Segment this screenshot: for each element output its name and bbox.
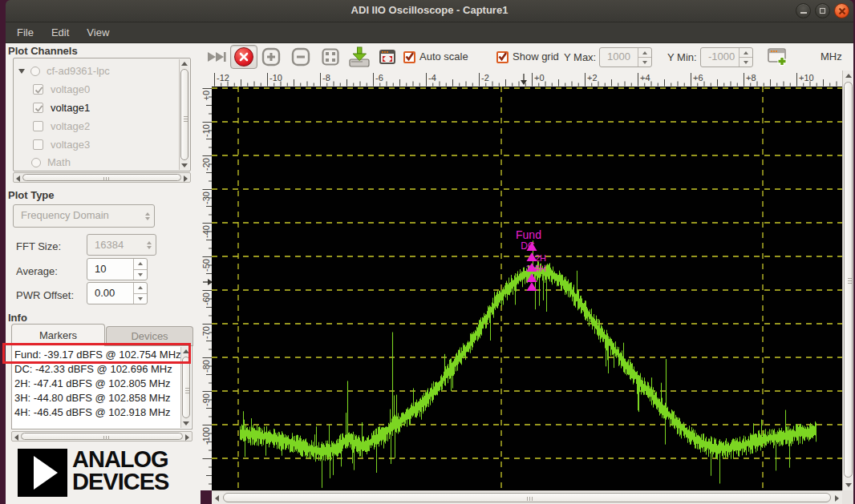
math-radio[interactable] xyxy=(31,158,41,167)
plot-type-value: Frequency Domain xyxy=(14,205,140,227)
channel-row-voltage1[interactable]: voltage1 xyxy=(33,99,90,117)
marker-list-hscrollbar[interactable] xyxy=(11,431,192,442)
voltage2-label: voltage2 xyxy=(51,120,90,132)
scrollbar-thumb[interactable] xyxy=(223,493,831,502)
average-spinbox[interactable]: 10 xyxy=(87,258,148,280)
channel-row-math[interactable]: Math xyxy=(31,153,71,171)
scrollbar-thumb[interactable] xyxy=(180,69,188,160)
device-row[interactable]: cf-ad9361-lpc xyxy=(18,62,110,80)
spectrum-plot-canvas[interactable]: FundDC3H2H4H xyxy=(212,87,842,490)
analog-devices-wordmark: ANALOG DEVICES xyxy=(72,448,168,493)
marker-row-3h[interactable]: 3H: -44.80 dBFS @ 102.858 MHz xyxy=(14,392,180,406)
save-capture-button[interactable] xyxy=(348,46,371,68)
scrollbar-thumb[interactable] xyxy=(182,357,190,418)
channel-row-voltage3[interactable]: voltage3 xyxy=(33,135,90,154)
svg-text:+10: +10 xyxy=(799,73,814,83)
minimize-button[interactable] xyxy=(796,3,811,18)
fft-size-select[interactable]: 16384 xyxy=(87,234,156,256)
spin-down-button[interactable] xyxy=(134,269,147,280)
scroll-left-icon[interactable] xyxy=(14,434,18,441)
math-label: Math xyxy=(47,156,71,168)
scroll-down-icon[interactable] xyxy=(845,483,852,487)
channel-row-voltage2[interactable]: voltage2 xyxy=(33,117,90,135)
scroll-left-icon[interactable] xyxy=(16,175,20,182)
svg-text:-6: -6 xyxy=(375,73,383,83)
unit-label: MHz xyxy=(821,50,842,62)
check-icon xyxy=(404,51,415,62)
svg-text:4H: 4H xyxy=(535,264,546,273)
marker-row-4h[interactable]: 4H: -46.45 dBFS @ 102.918 MHz xyxy=(14,406,180,421)
menu-bar: File Edit View xyxy=(6,22,853,43)
zoom-fit-button[interactable] xyxy=(320,46,341,67)
spin-up-button[interactable] xyxy=(638,48,651,57)
check-icon xyxy=(497,51,508,62)
fullscreen-icon xyxy=(378,47,397,67)
spin-down-button[interactable] xyxy=(740,57,752,67)
y-min-spinbox[interactable]: -1000 xyxy=(700,47,753,67)
capture-button[interactable] xyxy=(205,49,228,65)
scroll-right-icon[interactable] xyxy=(185,434,189,441)
svg-text:-8: -8 xyxy=(322,73,330,83)
device-radio[interactable] xyxy=(30,67,40,76)
voltage0-label: voltage0 xyxy=(51,83,90,95)
scrollbar-thumb[interactable] xyxy=(21,433,183,440)
menu-edit[interactable]: Edit xyxy=(43,22,78,42)
spin-up-button[interactable] xyxy=(134,283,147,293)
svg-text:+2: +2 xyxy=(587,73,598,83)
scroll-up-icon[interactable] xyxy=(845,74,852,78)
fullscreen-button[interactable] xyxy=(377,46,398,67)
stop-capture-button[interactable] xyxy=(230,45,257,69)
scroll-left-icon[interactable] xyxy=(215,495,219,502)
scroll-down-icon[interactable] xyxy=(183,421,189,425)
spin-down-button[interactable] xyxy=(638,57,651,67)
channel-row-voltage0[interactable]: voltage0 xyxy=(33,80,90,99)
marker-row-2h[interactable]: 2H: -47.41 dBFS @ 102.805 MHz xyxy=(14,377,180,392)
menu-view[interactable]: View xyxy=(78,22,118,42)
voltage3-checkbox[interactable] xyxy=(33,139,43,150)
analog-devices-logo xyxy=(18,449,67,497)
dropdown-arrows-icon xyxy=(142,235,156,255)
voltage1-checkbox[interactable] xyxy=(33,103,43,113)
zoom-fit-icon xyxy=(321,47,340,67)
spin-buttons xyxy=(638,48,651,67)
y-max-spinbox[interactable]: 1000 xyxy=(599,47,652,67)
show-grid-checkbox[interactable] xyxy=(496,51,509,63)
scrollbar-thumb[interactable] xyxy=(22,174,181,181)
spin-down-button[interactable] xyxy=(134,293,147,304)
spin-up-button[interactable] xyxy=(134,259,147,269)
channel-list: cf-ad9361-lpc voltage0 voltage1 voltage2… xyxy=(13,58,191,171)
channel-list-hscrollbar[interactable] xyxy=(13,172,191,183)
voltage3-label: voltage3 xyxy=(51,139,90,151)
zoom-out-button[interactable] xyxy=(290,46,311,67)
scroll-up-icon[interactable] xyxy=(181,62,188,66)
info-heading: Info xyxy=(8,312,27,324)
close-button[interactable] xyxy=(834,3,849,18)
menu-file[interactable]: File xyxy=(8,22,43,42)
title-bar: ADI IIO Oscilloscope - Capture1 xyxy=(6,0,853,22)
skip-forward-icon xyxy=(207,51,226,62)
svg-text:-2: -2 xyxy=(481,73,489,83)
auto-scale-checkbox[interactable] xyxy=(403,51,415,63)
channel-list-vscrollbar[interactable] xyxy=(179,59,189,170)
spin-up-button[interactable] xyxy=(740,48,752,57)
voltage0-checkbox[interactable] xyxy=(33,84,43,95)
fund-marker-highlight-annotation xyxy=(2,343,191,364)
minimize-icon xyxy=(800,12,807,14)
plot-vscrollbar[interactable] xyxy=(842,71,853,490)
y-max-label: Y Max: xyxy=(564,51,596,63)
maximize-button[interactable] xyxy=(815,3,830,18)
scroll-right-icon[interactable] xyxy=(184,175,188,182)
zoom-in-button[interactable] xyxy=(261,46,282,67)
scroll-right-icon[interactable] xyxy=(835,495,839,502)
plot-type-select[interactable]: Frequency Domain xyxy=(13,204,155,228)
marker-row-dc[interactable]: DC: -42.33 dBFS @ 102.696 MHz xyxy=(14,363,180,377)
scrollbar-thumb[interactable] xyxy=(844,82,853,478)
svg-text:-12: -12 xyxy=(217,73,229,83)
plot-toolbar: Auto scale Show grid Y Max: 1000 Y Min: … xyxy=(201,43,853,71)
plot-hscrollbar[interactable] xyxy=(212,490,842,504)
voltage2-checkbox[interactable] xyxy=(33,121,43,131)
scroll-down-icon[interactable] xyxy=(181,163,188,167)
expander-icon[interactable] xyxy=(18,69,25,74)
new-plot-button[interactable] xyxy=(767,46,788,67)
pwr-offset-spinbox[interactable]: 0.00 xyxy=(87,282,148,304)
